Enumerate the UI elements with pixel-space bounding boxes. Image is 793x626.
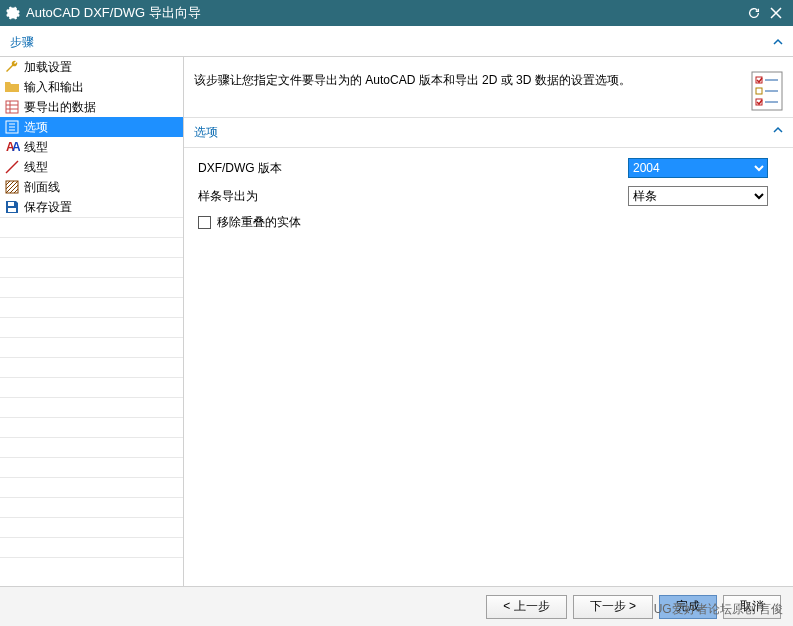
svg-rect-6 — [8, 208, 16, 212]
svg-rect-5 — [8, 202, 14, 206]
checkbox-icon[interactable] — [198, 216, 211, 229]
sidebar-item-label: 加载设置 — [24, 59, 72, 76]
field-spline: 样条导出为 样条 — [198, 186, 779, 206]
save-icon — [4, 199, 20, 215]
sidebar-item-linetype-2[interactable]: 线型 — [0, 157, 183, 177]
wizard-footer: < 上一步 下一步 > 完成 取消 UG爱好者论坛原创 言俊 — [0, 586, 793, 626]
sidebar-item-linetype-1[interactable]: AA 线型 — [0, 137, 183, 157]
sidebar-item-label: 要导出的数据 — [24, 99, 96, 116]
sidebar-item-label: 保存设置 — [24, 199, 72, 216]
close-icon[interactable] — [765, 2, 787, 24]
steps-header: 步骤 — [0, 26, 793, 56]
version-label: DXF/DWG 版本 — [198, 160, 618, 177]
sidebar-item-options[interactable]: 选项 — [0, 117, 183, 137]
hatch-icon — [4, 179, 20, 195]
sidebar-item-label: 输入和输出 — [24, 79, 84, 96]
sidebar-item-save-settings[interactable]: 保存设置 — [0, 197, 183, 217]
chevron-up-icon[interactable] — [773, 124, 783, 141]
options-panel-header: 选项 — [184, 117, 793, 148]
sidebar-item-load-settings[interactable]: 加载设置 — [0, 57, 183, 77]
field-version: DXF/DWG 版本 2004 — [198, 158, 779, 178]
finish-button[interactable]: 完成 — [659, 595, 717, 619]
title-bar: AutoCAD DXF/DWG 导出向导 — [0, 0, 793, 26]
main-panel: 该步骤让您指定文件要导出为的 AutoCAD 版本和导出 2D 或 3D 数据的… — [184, 57, 793, 586]
remove-dup-label: 移除重叠的实体 — [217, 214, 301, 231]
sidebar-item-export-data[interactable]: 要导出的数据 — [0, 97, 183, 117]
svg-rect-0 — [6, 101, 18, 113]
steps-sidebar: 加载设置 输入和输出 要导出的数据 选项 AA 线型 线型 剖面线 保存设置 — [0, 57, 184, 586]
sidebar-item-label: 选项 — [24, 119, 48, 136]
svg-text:A: A — [12, 140, 20, 154]
refresh-icon[interactable] — [743, 2, 765, 24]
gear-icon — [6, 6, 20, 20]
checklist-icon — [751, 71, 783, 111]
sidebar-item-io[interactable]: 输入和输出 — [0, 77, 183, 97]
sidebar-item-section-lines[interactable]: 剖面线 — [0, 177, 183, 197]
version-select[interactable]: 2004 — [628, 158, 768, 178]
window-title: AutoCAD DXF/DWG 导出向导 — [26, 4, 743, 22]
next-button[interactable]: 下一步 > — [573, 595, 653, 619]
chevron-up-icon[interactable] — [773, 36, 783, 50]
panel-title: 选项 — [194, 124, 218, 141]
step-description: 该步骤让您指定文件要导出为的 AutoCAD 版本和导出 2D 或 3D 数据的… — [194, 71, 741, 89]
steps-label: 步骤 — [10, 34, 34, 51]
options-icon — [4, 119, 20, 135]
sidebar-item-label: 线型 — [24, 159, 48, 176]
wrench-icon — [4, 59, 20, 75]
sidebar-item-label: 线型 — [24, 139, 48, 156]
prev-button[interactable]: < 上一步 — [486, 595, 566, 619]
field-remove-duplicates[interactable]: 移除重叠的实体 — [198, 214, 779, 231]
spline-label: 样条导出为 — [198, 188, 618, 205]
sidebar-item-label: 剖面线 — [24, 179, 60, 196]
data-icon — [4, 99, 20, 115]
cancel-button[interactable]: 取消 — [723, 595, 781, 619]
folder-icon — [4, 79, 20, 95]
line-icon — [4, 159, 20, 175]
text-icon: AA — [4, 139, 20, 155]
spline-select[interactable]: 样条 — [628, 186, 768, 206]
